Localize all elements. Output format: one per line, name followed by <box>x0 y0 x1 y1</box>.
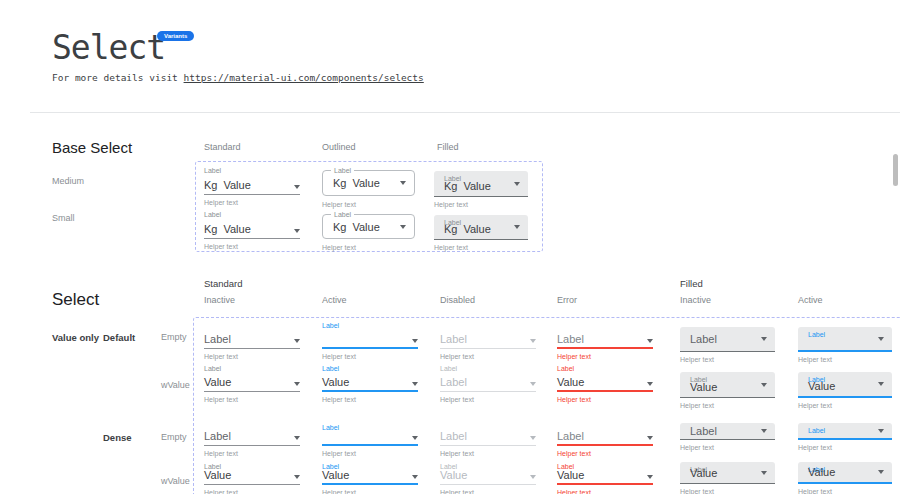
select-value <box>322 430 325 442</box>
select-floating-label: Label <box>440 364 536 376</box>
select-field-filled-active[interactable]: LabelHelper text <box>798 327 892 364</box>
select-value: Value <box>322 469 349 481</box>
dropdown-arrow-icon <box>514 182 520 186</box>
dropdown-arrow-icon <box>294 185 300 189</box>
density-default: Default <box>103 332 135 343</box>
select-value: Label <box>204 333 231 345</box>
dropdown-arrow-icon <box>878 382 884 386</box>
select-value: KgValue <box>444 223 491 235</box>
select-value: Label <box>690 333 717 345</box>
select-field-standard-error[interactable]: LabelValueHelper text <box>557 462 653 494</box>
select-field-standard-inactive[interactable]: LabelValueHelper text <box>204 462 300 494</box>
select-filled-box: Label <box>798 327 892 352</box>
helper-text: Helper text <box>680 401 775 410</box>
dropdown-arrow-icon <box>294 229 300 233</box>
select-field-standard-disabled[interactable]: LabelValueHelper text <box>440 462 536 494</box>
dropdown-arrow-icon <box>412 475 418 479</box>
select-field-standard-error[interactable]: LabelValueHelper text <box>557 364 653 404</box>
select-prefix: Kg <box>444 180 457 192</box>
select-value: KgValue <box>204 223 251 235</box>
helper-text: Helper text <box>204 242 300 251</box>
select-filled-box: Label <box>680 423 775 440</box>
select-field-standard-disabled[interactable]: LabelLabelHelper text <box>440 364 536 404</box>
select-field-filled-active[interactable]: LabelValueHelper text <box>798 372 892 410</box>
dropdown-arrow-icon <box>878 429 884 433</box>
select-value: Value <box>808 380 835 392</box>
select-value-row: KgValue <box>204 222 300 239</box>
select-floating-label: Label <box>322 321 418 333</box>
helper-text: Helper text <box>440 395 536 404</box>
page: Select Variants For more details visit h… <box>0 0 900 494</box>
select-field-standard-error[interactable]: LabelHelper text <box>557 321 653 361</box>
select-field-filled-active[interactable]: LabelValueHelper text <box>798 462 892 494</box>
base-col-filled: Filled <box>437 142 459 152</box>
helper-text: Helper text <box>680 487 775 494</box>
select-value: KgValue <box>333 221 380 233</box>
dropdown-arrow-icon <box>761 383 767 387</box>
material-ui-link[interactable]: https://material-ui.com/components/selec… <box>184 72 424 83</box>
select-value-row: Value <box>557 376 653 392</box>
base-select-heading: Base Select <box>52 139 132 156</box>
select-floating-label: Label <box>808 330 825 339</box>
select-field-filled-inactive[interactable]: LabelKgValueHelper text <box>434 215 528 252</box>
scrollbar-thumb[interactable] <box>893 154 898 186</box>
select-value-row: Value <box>557 472 653 485</box>
select-field-filled-inactive[interactable]: LabelKgValueHelper text <box>434 171 528 209</box>
helper-text: Helper text <box>322 488 418 494</box>
select-field-standard-inactive[interactable]: LabelKgValueHelper text <box>204 166 300 207</box>
select-value-row: Label <box>204 433 300 446</box>
select-field-standard-active[interactable]: Label Helper text <box>322 321 418 361</box>
col-std-error: Error <box>557 295 577 305</box>
helper-text: Helper text <box>204 488 300 494</box>
variants-badge: Variants <box>157 31 194 41</box>
select-field-standard-inactive[interactable]: LabelHelper text <box>204 321 300 361</box>
select-field-outlined[interactable]: LabelKgValueHelper text <box>322 170 415 209</box>
select-value-row <box>322 333 418 349</box>
select-value <box>322 333 325 345</box>
select-floating-label: Label <box>204 364 300 376</box>
select-value: KgValue <box>444 180 491 192</box>
dropdown-arrow-icon <box>412 436 418 440</box>
select-filled-box: LabelKgValue <box>434 171 528 197</box>
select-field-standard-active[interactable]: LabelValueHelper text <box>322 364 418 404</box>
select-value-row: Label <box>440 333 536 349</box>
select-field-filled-inactive[interactable]: LabelValueHelper text <box>680 462 775 494</box>
select-value: Value <box>557 376 584 388</box>
select-floating-label: Label <box>557 364 653 376</box>
select-value-row: KgValue <box>204 178 300 195</box>
dropdown-arrow-icon <box>294 436 300 440</box>
select-field-outlined[interactable]: LabelKgValueHelper text <box>322 214 415 252</box>
row-empty-default: Empty <box>161 332 187 342</box>
select-value-row: Label <box>440 376 536 392</box>
select-value: Value <box>690 381 717 393</box>
select-outlined-box: LabelKgValue <box>322 170 415 196</box>
select-field-filled-inactive[interactable]: LabelHelper text <box>680 327 775 364</box>
select-field-filled-inactive[interactable]: LabelHelper text <box>680 423 775 452</box>
select-value-row: Value <box>204 472 300 485</box>
select-value-row: Label <box>557 433 653 446</box>
row-wvalue-dense: wValue <box>161 476 190 486</box>
select-field-standard-inactive[interactable]: LabelKgValueHelper text <box>204 210 300 251</box>
dropdown-arrow-icon <box>647 339 653 343</box>
select-field-filled-inactive[interactable]: LabelValueHelper text <box>680 372 775 410</box>
dropdown-arrow-icon <box>647 382 653 386</box>
select-filled-box: Label <box>680 327 775 352</box>
select-field-standard-active[interactable]: LabelValueHelper text <box>322 462 418 494</box>
dropdown-arrow-icon <box>761 337 767 341</box>
select-field-standard-inactive[interactable]: LabelHelper text <box>204 423 300 458</box>
helper-text: Helper text <box>204 352 300 361</box>
select-field-standard-inactive[interactable]: LabelValueHelper text <box>204 364 300 404</box>
col-filled-inactive: Inactive <box>680 295 711 305</box>
select-field-standard-error[interactable]: LabelHelper text <box>557 423 653 458</box>
group-filled: Filled <box>680 278 703 289</box>
dropdown-arrow-icon <box>294 382 300 386</box>
select-field-standard-active[interactable]: Label Helper text <box>322 423 418 458</box>
select-field-filled-active[interactable]: LabelHelper text <box>798 423 892 452</box>
select-value-row <box>322 433 418 446</box>
select-value-row: Value <box>322 472 418 485</box>
row-group-value-only: Value only <box>52 332 99 343</box>
dropdown-arrow-icon <box>412 339 418 343</box>
select-field-standard-disabled[interactable]: LabelHelper text <box>440 423 536 458</box>
select-field-standard-disabled[interactable]: LabelHelper text <box>440 321 536 361</box>
dropdown-arrow-icon <box>400 181 406 185</box>
